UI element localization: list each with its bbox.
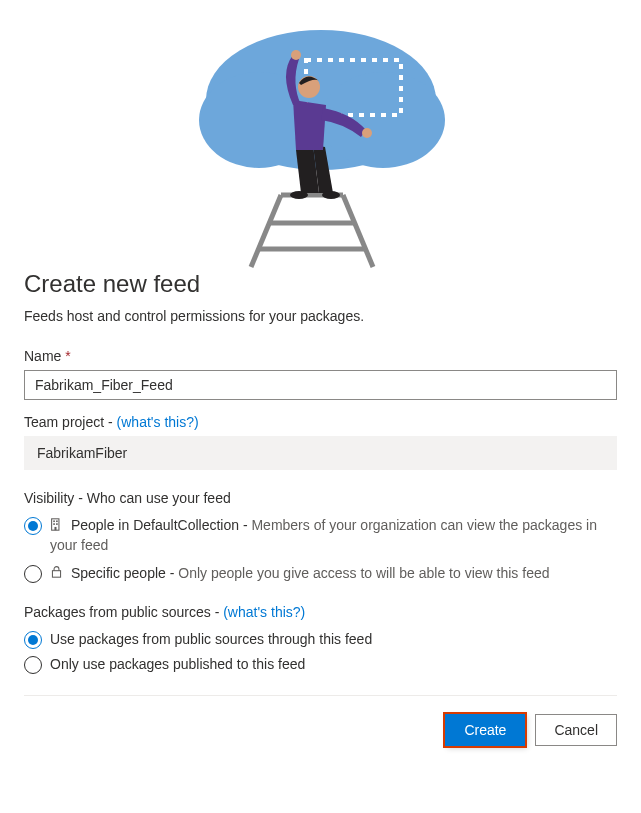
public-sources-label: Packages from public sources - (what's t… bbox=[24, 604, 617, 620]
visibility-option-org[interactable]: People in DefaultCollection - Members of… bbox=[50, 516, 617, 556]
svg-rect-16 bbox=[56, 520, 58, 522]
public-sources-option-use[interactable]: Use packages from public sources through… bbox=[50, 630, 617, 650]
svg-line-4 bbox=[251, 195, 281, 267]
lock-icon bbox=[50, 564, 63, 584]
team-project-help-link[interactable]: (what's this?) bbox=[117, 414, 199, 430]
cancel-button[interactable]: Cancel bbox=[535, 714, 617, 746]
name-input[interactable] bbox=[24, 370, 617, 400]
name-label: Name * bbox=[24, 348, 617, 364]
svg-rect-17 bbox=[53, 523, 55, 525]
team-project-label: Team project - (what's this?) bbox=[24, 414, 617, 430]
team-project-value: FabrikamFiber bbox=[24, 436, 617, 470]
visibility-radio-org[interactable] bbox=[24, 517, 42, 535]
required-marker: * bbox=[65, 348, 70, 364]
public-sources-option-only[interactable]: Only use packages published to this feed bbox=[50, 655, 617, 675]
svg-line-5 bbox=[343, 195, 373, 267]
dialog-title: Create new feed bbox=[24, 270, 617, 298]
visibility-option-specific[interactable]: Specific people - Only people you give a… bbox=[50, 564, 617, 584]
cloud-painter-illustration bbox=[151, 5, 491, 270]
svg-rect-15 bbox=[53, 520, 55, 522]
org-icon bbox=[50, 517, 63, 537]
dialog-subtitle: Feeds host and control permissions for y… bbox=[24, 308, 617, 324]
footer-divider bbox=[24, 695, 617, 696]
visibility-radio-specific[interactable] bbox=[24, 565, 42, 583]
public-sources-radio-use[interactable] bbox=[24, 631, 42, 649]
public-sources-help-link[interactable]: (what's this?) bbox=[223, 604, 305, 620]
svg-rect-18 bbox=[56, 523, 58, 525]
public-sources-radio-only[interactable] bbox=[24, 656, 42, 674]
svg-point-12 bbox=[290, 191, 308, 199]
create-button[interactable]: Create bbox=[445, 714, 525, 746]
svg-rect-20 bbox=[52, 571, 60, 578]
svg-rect-19 bbox=[54, 526, 56, 529]
hero-illustration bbox=[0, 0, 641, 270]
svg-point-10 bbox=[362, 128, 372, 138]
svg-point-9 bbox=[291, 50, 301, 60]
svg-point-13 bbox=[322, 191, 340, 199]
visibility-label: Visibility - Who can use your feed bbox=[24, 490, 617, 506]
